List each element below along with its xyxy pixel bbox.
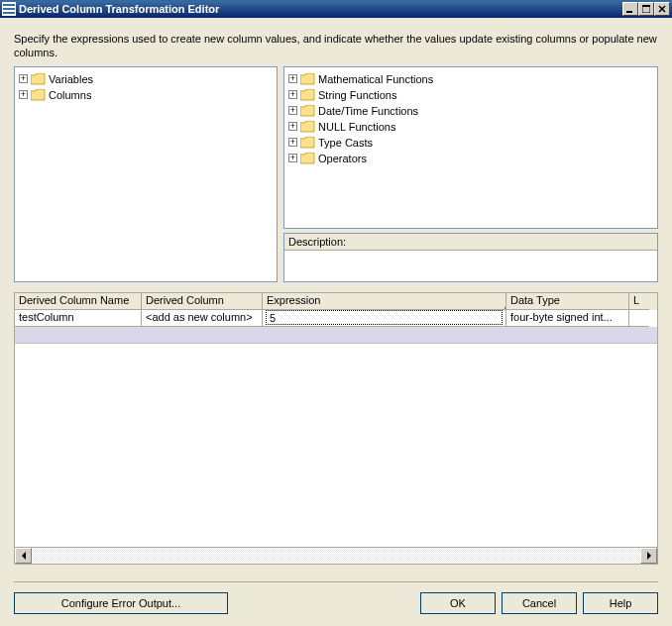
cell-derived[interactable]: <add as new column>	[142, 310, 263, 327]
cell-length[interactable]	[629, 310, 649, 327]
header-text: Expression	[267, 294, 320, 306]
tree-label: Operators	[318, 153, 367, 164]
cell-name[interactable]: testColumn	[15, 310, 142, 327]
tree-label: Columns	[49, 89, 91, 101]
plus-icon[interactable]: +	[288, 138, 297, 147]
tree-item-typecast[interactable]: + Type Casts	[286, 135, 655, 151]
cell-datatype[interactable]: four-byte signed int...	[506, 310, 629, 327]
plus-icon[interactable]: +	[288, 106, 297, 115]
description-label: Description:	[284, 234, 657, 251]
derived-columns-grid[interactable]: Derived Column Name Derived Column Expre…	[14, 292, 658, 565]
svg-rect-2	[642, 5, 650, 7]
plus-icon[interactable]: +	[288, 122, 297, 131]
tree-label: Mathematical Functions	[318, 73, 433, 85]
tree-label: Variables	[49, 73, 93, 85]
plus-icon[interactable]: +	[19, 90, 28, 99]
window-title: Derived Column Transformation Editor	[19, 3, 622, 15]
column-header-name[interactable]: Derived Column Name	[15, 293, 142, 310]
help-button[interactable]: Help	[583, 592, 658, 614]
scroll-track[interactable]	[32, 548, 640, 564]
tree-item-null[interactable]: + NULL Functions	[286, 119, 655, 135]
tree-item-math[interactable]: + Mathematical Functions	[286, 71, 655, 87]
scroll-left-button[interactable]	[15, 548, 32, 564]
cancel-button[interactable]: Cancel	[502, 592, 577, 614]
plus-icon[interactable]: +	[19, 74, 28, 83]
maximize-button[interactable]	[638, 2, 654, 16]
folder-icon	[300, 137, 315, 149]
scroll-right-button[interactable]	[640, 548, 657, 564]
column-header-derived[interactable]: Derived Column	[142, 293, 263, 310]
description-panel: Description:	[283, 233, 658, 282]
tree-item-datetime[interactable]: + Date/Time Functions	[286, 103, 655, 119]
folder-icon	[300, 73, 315, 85]
expression-input[interactable]: 5	[266, 310, 503, 325]
button-bar: Configure Error Output... OK Cancel Help	[14, 581, 658, 614]
plus-icon[interactable]: +	[288, 154, 297, 162]
folder-icon	[31, 89, 46, 101]
instruction-text: Specify the expressions used to create n…	[0, 18, 672, 66]
horizontal-scrollbar[interactable]	[15, 547, 657, 564]
close-button[interactable]	[654, 2, 670, 16]
empty-row[interactable]	[15, 327, 657, 344]
tree-label: NULL Functions	[318, 121, 395, 133]
plus-icon[interactable]: +	[288, 90, 297, 99]
tree-label: String Functions	[318, 89, 396, 101]
tree-label: Date/Time Functions	[318, 105, 418, 117]
tree-label: Type Casts	[318, 137, 373, 149]
title-bar: Derived Column Transformation Editor	[0, 0, 672, 18]
functions-tree[interactable]: + Mathematical Functions + String Functi…	[283, 66, 658, 229]
folder-icon	[300, 153, 315, 164]
folder-icon	[31, 73, 46, 85]
cell-expression[interactable]: 5	[263, 310, 506, 327]
tree-item-string[interactable]: + String Functions	[286, 87, 655, 103]
column-header-expression[interactable]: Expression	[263, 293, 506, 310]
column-header-length[interactable]: L	[629, 293, 649, 310]
app-icon	[2, 2, 16, 16]
tree-item-variables[interactable]: + Variables	[17, 71, 275, 87]
minimize-button[interactable]	[622, 2, 638, 16]
plus-icon[interactable]: +	[288, 74, 297, 83]
table-row[interactable]: testColumn <add as new column> 5 four-by…	[15, 310, 657, 327]
folder-icon	[300, 89, 315, 101]
ok-button[interactable]: OK	[420, 592, 496, 614]
grid-header-row: Derived Column Name Derived Column Expre…	[15, 293, 657, 310]
column-header-datatype[interactable]: Data Type	[506, 293, 629, 310]
folder-icon	[300, 121, 315, 133]
variables-columns-tree[interactable]: + Variables + Columns	[14, 66, 278, 282]
tree-item-operators[interactable]: + Operators	[286, 151, 655, 166]
tree-item-columns[interactable]: + Columns	[17, 87, 275, 103]
configure-error-output-button[interactable]: Configure Error Output...	[14, 592, 228, 614]
folder-icon	[300, 105, 315, 117]
svg-rect-0	[626, 11, 632, 13]
